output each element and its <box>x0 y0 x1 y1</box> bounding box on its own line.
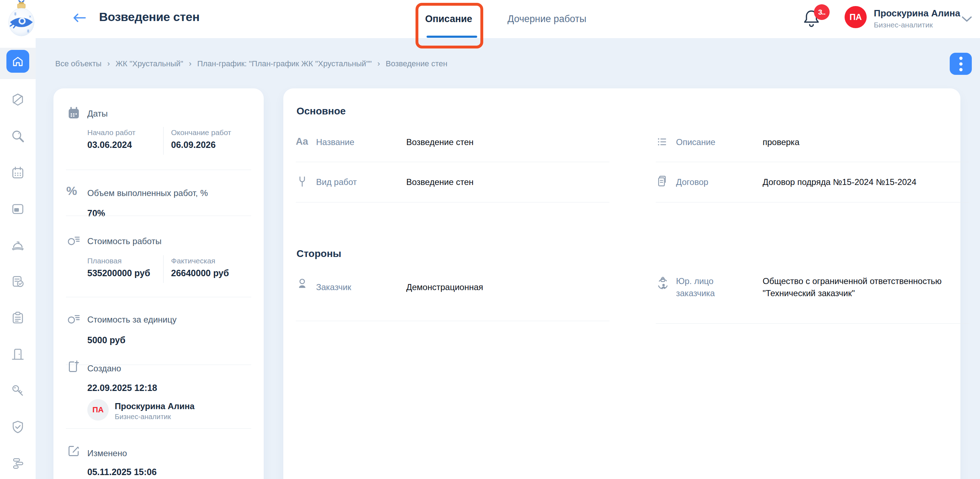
divider <box>656 162 969 162</box>
arrow-left-icon <box>72 13 87 23</box>
contract-icon <box>656 175 668 188</box>
user-avatar-initials: ПА <box>850 12 862 22</box>
modified-icon <box>67 444 81 458</box>
sidebar-item-journal[interactable] <box>11 274 25 289</box>
header: Возведение стен Описание Дочерние работы… <box>0 0 980 38</box>
user-avatar[interactable]: ПА <box>845 6 867 28</box>
divider <box>66 428 251 429</box>
created-title: Создано <box>87 363 121 374</box>
sidebar-item-plan[interactable] <box>11 456 25 471</box>
dates-title: Даты <box>87 109 108 119</box>
sidebar-item-calendar[interactable] <box>11 166 25 180</box>
field-work-type-label: Вид работ <box>316 176 357 188</box>
breadcrumb-item-schedule[interactable]: План-график: "План-график ЖК "Хрустальны… <box>197 59 372 68</box>
dates-icon <box>67 106 81 120</box>
field-contract-label: Договор <box>676 176 708 188</box>
user-role: Бизнес-аналитик <box>874 21 932 29</box>
sidebar-item-search[interactable] <box>11 129 25 143</box>
created-user-role: Бизнес-аналитик <box>115 413 171 421</box>
volume-value: 70% <box>87 208 105 218</box>
door-icon <box>11 347 25 361</box>
annotation-highlight <box>415 3 483 48</box>
percent-icon: % <box>66 184 77 198</box>
field-customer-label: Заказчик <box>316 281 352 293</box>
start-date-value: 03.06.2024 <box>87 140 132 150</box>
field-customer-value: Демонстрационная <box>406 281 606 293</box>
unit-cost-icon <box>67 312 81 326</box>
hexagon-slash-icon <box>11 93 25 107</box>
divider <box>66 297 251 297</box>
breadcrumb-separator: › <box>107 59 110 68</box>
divider <box>296 162 609 162</box>
back-button[interactable] <box>72 13 87 23</box>
divider <box>296 321 609 321</box>
summary-panel: Даты Начало работ 03.06.2024 Окончание р… <box>54 88 264 479</box>
text-icon: Aa <box>296 136 308 147</box>
user-menu-toggle[interactable] <box>961 16 972 23</box>
app-screen: Возведение стен Описание Дочерние работы… <box>0 0 980 479</box>
created-icon <box>67 358 81 374</box>
actual-cost-value: 26640000 руб <box>171 268 229 278</box>
hardhat-icon <box>11 238 25 252</box>
field-work-type-value: Возведение стен <box>406 176 606 188</box>
start-date-label: Начало работ <box>87 128 135 137</box>
chevron-down-icon <box>961 16 972 23</box>
section-parties-title: Стороны <box>296 248 341 259</box>
field-legal-entity-value: Общество с ограниченной ответственностью… <box>763 275 955 299</box>
section-main-title: Основное <box>296 105 346 117</box>
app-logo[interactable] <box>6 0 37 37</box>
created-user-avatar: ПА <box>87 399 109 420</box>
divider <box>163 255 164 283</box>
planned-cost-label: Плановая <box>87 256 121 265</box>
field-legal-entity-label: Юр. лицо заказчика <box>676 275 751 299</box>
sidebar-item-restricted[interactable] <box>11 93 25 107</box>
field-description-label: Описание <box>676 136 715 148</box>
home-icon <box>11 54 25 68</box>
breadcrumb: Все объекты › ЖК "Хрустальный" › План-гр… <box>55 59 447 68</box>
divider <box>656 202 969 202</box>
divider <box>296 202 609 202</box>
breadcrumb-item-object[interactable]: ЖК "Хрустальный" <box>115 59 183 68</box>
field-description-value: проверка <box>763 136 955 148</box>
sidebar-item-construction[interactable] <box>11 238 25 252</box>
sidebar-item-checkpoint[interactable] <box>11 347 25 361</box>
legal-entity-icon <box>656 277 670 291</box>
created-user-name: Проскурина Алина <box>115 401 194 411</box>
breadcrumb-separator: › <box>189 59 191 68</box>
modified-title: Изменено <box>87 448 127 458</box>
kebab-icon <box>959 57 963 60</box>
unit-cost-title: Стоимость за единицу <box>87 315 177 325</box>
clipboard-lines-icon <box>11 311 25 325</box>
divider <box>656 323 969 324</box>
clipboard-check-icon <box>11 274 25 289</box>
shield-check-icon <box>11 420 25 434</box>
cost-icon <box>67 234 81 247</box>
user-name: Проскурина Алина <box>874 8 960 19</box>
card-icon <box>11 202 25 216</box>
tab-child-works-label: Дочерние работы <box>508 14 586 25</box>
sidebar <box>0 38 36 479</box>
details-panel: Основное Aa Название Возведение стен Опи… <box>283 88 960 479</box>
divider <box>66 170 251 170</box>
divider <box>163 127 164 155</box>
planned-cost-value: 535200000 руб <box>87 268 150 278</box>
breadcrumb-item-all-objects[interactable]: Все объекты <box>55 59 102 68</box>
list-icon <box>656 135 668 148</box>
actual-cost-label: Фактическая <box>171 256 215 265</box>
sidebar-item-passport[interactable] <box>11 202 25 216</box>
created-value: 22.09.2025 12:18 <box>87 383 157 393</box>
divider <box>66 216 251 216</box>
more-actions-button[interactable] <box>950 53 972 75</box>
cost-title: Стоимость работы <box>87 236 161 246</box>
key-icon <box>11 384 25 398</box>
sidebar-item-access[interactable] <box>11 384 25 398</box>
search-icon <box>11 129 25 143</box>
sidebar-item-home[interactable] <box>6 50 29 73</box>
modified-value: 05.11.2025 15:06 <box>87 467 157 477</box>
sidebar-item-safety[interactable] <box>11 420 25 434</box>
sidebar-item-tasks[interactable] <box>11 311 25 325</box>
unit-cost-value: 5000 руб <box>87 335 126 345</box>
breadcrumb-item-current: Возведение стен <box>386 59 447 68</box>
field-name-value: Возведение стен <box>406 136 606 148</box>
tab-child-works[interactable]: Дочерние работы <box>508 0 586 38</box>
